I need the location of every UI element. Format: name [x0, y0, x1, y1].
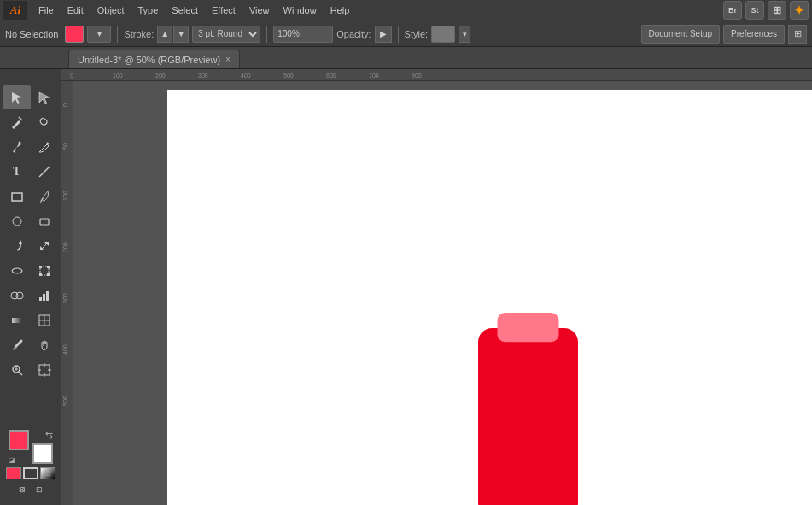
- foreground-color-box[interactable]: [9, 430, 29, 450]
- gradient-mode-box[interactable]: ◱: [40, 467, 55, 479]
- default-colors-icon[interactable]: ◪: [9, 456, 15, 464]
- svg-rect-11: [39, 273, 42, 276]
- artboard-tool[interactable]: [31, 358, 58, 382]
- canvas-area[interactable]: 0 100 200 300 400 500 600 700 800 0 50 1…: [61, 69, 812, 505]
- svg-rect-16: [43, 294, 45, 301]
- pen-tool[interactable]: [3, 135, 31, 159]
- tool-row-10: [3, 308, 58, 332]
- svg-text:500: 500: [283, 73, 294, 79]
- svg-text:300: 300: [198, 73, 208, 79]
- svg-point-14: [16, 292, 23, 299]
- menu-edit[interactable]: Edit: [61, 3, 90, 17]
- svg-line-24: [19, 372, 22, 375]
- magic-wand-tool[interactable]: [3, 110, 31, 134]
- svg-text:400: 400: [62, 344, 68, 355]
- options-bar: No Selection ▾ Stroke: ▲ ▼ 3 pt. Round O…: [0, 21, 812, 47]
- stroke-up[interactable]: ▲: [157, 26, 172, 43]
- svg-text:200: 200: [62, 242, 68, 252]
- type-tool[interactable]: T: [3, 160, 31, 184]
- preferences-button[interactable]: Preferences: [723, 25, 785, 44]
- full-screen-icon[interactable]: ⊡: [32, 483, 47, 496]
- scale-tool[interactable]: [31, 234, 58, 258]
- bottle-cap: [498, 313, 559, 342]
- menu-view[interactable]: View: [243, 3, 276, 17]
- color-display: ⇆ ◪: [9, 430, 53, 464]
- hand-tool[interactable]: [31, 333, 58, 357]
- eraser-tool[interactable]: [31, 209, 58, 233]
- menu-effect[interactable]: Effect: [206, 3, 242, 17]
- tool-row-4: T: [3, 160, 58, 184]
- tab-title: Untitled-3* @ 50% (RGB/Preview): [78, 55, 220, 65]
- stock-icon[interactable]: St: [745, 1, 764, 20]
- direct-select-tool[interactable]: [31, 85, 58, 109]
- paintbrush-tool[interactable]: [31, 185, 58, 208]
- main-area: T: [0, 69, 812, 505]
- rotate-tool[interactable]: [3, 234, 31, 258]
- eyedropper-tool[interactable]: [3, 333, 31, 357]
- chart-tool[interactable]: [31, 284, 58, 308]
- mesh-tool[interactable]: [31, 308, 58, 332]
- gradient-tool[interactable]: [3, 308, 31, 332]
- kuler-icon[interactable]: ✦: [790, 1, 809, 20]
- tool-row-12: [3, 358, 58, 382]
- separator-3: [398, 26, 399, 43]
- menu-type[interactable]: Type: [132, 3, 165, 17]
- tool-row-1: [3, 85, 58, 109]
- tab-bar: Untitled-3* @ 50% (RGB/Preview) ×: [0, 47, 812, 69]
- svg-rect-18: [12, 318, 22, 323]
- select-tool[interactable]: [3, 85, 31, 109]
- svg-rect-10: [47, 266, 50, 268]
- style-swatch[interactable]: [431, 26, 455, 43]
- pencil-tool[interactable]: [31, 135, 58, 159]
- ruler-horizontal: 0 100 200 300 400 500 600 700 800: [61, 69, 812, 81]
- right-buttons: Document Setup Preferences ⊞: [641, 25, 807, 44]
- page-area[interactable]: [167, 90, 812, 505]
- svg-marker-6: [19, 240, 22, 244]
- arrange-icon[interactable]: ⊞: [788, 25, 807, 44]
- fill-arrow[interactable]: ▾: [87, 26, 111, 43]
- svg-point-1: [18, 142, 20, 144]
- svg-text:700: 700: [369, 73, 379, 79]
- menu-object[interactable]: Object: [91, 3, 131, 17]
- svg-rect-17: [46, 291, 49, 301]
- app-logo: Ai: [3, 1, 27, 20]
- opacity-input[interactable]: [273, 26, 333, 43]
- menu-select[interactable]: Select: [166, 3, 204, 17]
- stroke-down[interactable]: ▼: [173, 26, 189, 43]
- menu-file[interactable]: File: [32, 3, 60, 17]
- menu-help[interactable]: Help: [324, 3, 356, 17]
- document-setup-button[interactable]: Document Setup: [641, 25, 721, 44]
- document-tab[interactable]: Untitled-3* @ 50% (RGB/Preview) ×: [68, 50, 240, 68]
- fill-color-swatch[interactable]: [65, 26, 84, 43]
- menu-window[interactable]: Window: [277, 3, 323, 17]
- blob-brush-tool[interactable]: [3, 209, 31, 233]
- stroke-select[interactable]: 3 pt. Round: [192, 26, 260, 43]
- tool-row-9: [3, 284, 58, 308]
- zoom-tool[interactable]: [3, 358, 31, 382]
- rect-tool[interactable]: [3, 185, 31, 208]
- style-arrow[interactable]: ▾: [459, 26, 470, 43]
- artwork-canvas[interactable]: [167, 90, 812, 505]
- stroke-mode-box[interactable]: [23, 467, 38, 479]
- fill-mode-box[interactable]: [6, 467, 21, 479]
- svg-point-22: [20, 340, 22, 343]
- swap-colors-icon[interactable]: ⇆: [45, 430, 53, 441]
- free-transform-tool[interactable]: [31, 259, 58, 283]
- warp-tool[interactable]: [3, 259, 31, 283]
- tool-row-7: [3, 234, 58, 258]
- menu-bar: Ai File Edit Object Type Select Effect V…: [0, 0, 812, 21]
- bridge-icon[interactable]: Br: [723, 1, 742, 20]
- svg-rect-5: [40, 219, 49, 225]
- toolbar-bottom: ⇆ ◪ ◱ ⊠ ⊡: [0, 430, 61, 502]
- navigate-icon[interactable]: ⊠: [15, 483, 30, 496]
- line-tool[interactable]: [31, 160, 58, 184]
- ruler-vertical: 0 50 100 200 300 400 500: [61, 81, 73, 505]
- shape-builder-tool[interactable]: [3, 284, 31, 308]
- lasso-tool[interactable]: [31, 110, 58, 134]
- style-label: Style:: [405, 29, 429, 39]
- workspace-icon[interactable]: ⊞: [768, 1, 786, 20]
- tab-close-button[interactable]: ×: [225, 55, 231, 64]
- opacity-arrow[interactable]: ▶: [375, 26, 392, 43]
- background-color-box[interactable]: [32, 443, 53, 464]
- fill-stroke-modes: ◱: [6, 467, 55, 479]
